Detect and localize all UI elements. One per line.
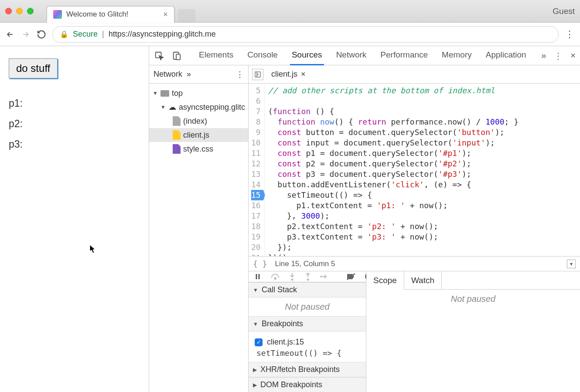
p1-label: p1: <box>9 98 140 109</box>
code-content[interactable]: // add other scripts at the bottom of in… <box>265 84 522 256</box>
svg-rect-3 <box>255 72 260 77</box>
pause-button[interactable] <box>254 271 262 282</box>
file-tree: ▼ top ▼ ☁ asyncstepping.glitc (index)cli… <box>149 84 248 392</box>
traffic-lights <box>5 8 34 14</box>
devtools-tab-performance[interactable]: Performance <box>379 46 430 65</box>
svg-point-9 <box>320 276 322 277</box>
reload-button[interactable] <box>37 30 46 39</box>
editor-file-tab[interactable]: client.js × <box>267 68 310 81</box>
address-bar: 🔒 Secure | https://asyncstepping.glitch.… <box>0 23 580 46</box>
step-out-button[interactable] <box>304 271 311 282</box>
devtools-close-button[interactable]: × <box>570 51 576 61</box>
scope-watch-tabs: Scope Watch <box>366 271 580 290</box>
editor-statusbar: { } Line 15, Column 5 ▾ <box>249 256 580 271</box>
file-stylecss[interactable]: style.css <box>149 142 248 156</box>
back-button[interactable] <box>5 30 15 39</box>
devtools-tab-console[interactable]: Console <box>246 46 280 65</box>
file-tab-close-icon[interactable]: × <box>301 70 306 79</box>
svg-point-7 <box>291 279 293 281</box>
secure-label: Secure <box>73 30 98 39</box>
breakpoint-entry[interactable]: ✓ client.js:15 <box>255 336 360 348</box>
cloud-icon: ☁ <box>168 102 176 112</box>
url-text: https://asyncstepping.glitch.me <box>109 30 216 39</box>
debugger-pane: ▼ Call Stack Not paused ▼ Breakpoints ✓ <box>249 271 580 392</box>
tree-root[interactable]: ▼ top <box>149 86 248 100</box>
navigator-overflow-icon[interactable]: » <box>187 70 191 79</box>
step-into-button[interactable] <box>289 271 296 282</box>
step-button[interactable] <box>320 271 329 282</box>
tab-close-button[interactable]: × <box>163 10 168 19</box>
p3-label: p3: <box>9 139 140 150</box>
file-icon <box>173 116 181 126</box>
xhr-breakpoints-header[interactable]: ▶ XHR/fetch Breakpoints <box>249 362 366 377</box>
pretty-print-icon[interactable]: { } <box>253 259 267 268</box>
checkbox-icon[interactable]: ✓ <box>255 338 263 346</box>
watch-tab[interactable]: Watch <box>404 271 442 290</box>
devtools-tab-network[interactable]: Network <box>334 46 368 65</box>
callstack-header[interactable]: ▼ Call Stack <box>249 282 366 297</box>
devtools-menu-button[interactable]: ⋮ <box>554 51 563 61</box>
forward-button[interactable] <box>21 30 31 39</box>
window-maximize-button[interactable] <box>27 8 34 14</box>
toggle-drawer-icon[interactable]: ▾ <box>567 260 576 268</box>
do-stuff-button[interactable]: do stuff <box>9 58 58 78</box>
devtools-tab-elements[interactable]: Elements <box>197 46 235 65</box>
svg-point-6 <box>274 278 276 280</box>
browser-menu-button[interactable]: ⋮ <box>565 29 575 40</box>
cursor-position: Line 15, Column 5 <box>275 260 335 268</box>
scope-tab[interactable]: Scope <box>366 271 404 290</box>
url-separator: | <box>102 30 104 39</box>
disclosure-triangle-icon[interactable]: ▼ <box>153 90 158 96</box>
step-over-button[interactable] <box>270 271 280 282</box>
p2-label: p2: <box>9 118 140 130</box>
devtools-tab-memory[interactable]: Memory <box>440 46 474 65</box>
inspect-element-icon[interactable] <box>154 50 165 61</box>
profile-label[interactable]: Guest <box>553 7 575 16</box>
sources-navigator: Network » ⋮ ▼ top ▼ ☁ asyncste <box>149 65 249 392</box>
devtools: ElementsConsoleSourcesNetworkPerformance… <box>149 46 580 392</box>
browser-tab[interactable]: Welcome to Glitch! × <box>47 6 174 23</box>
disclosure-triangle-icon[interactable]: ▼ <box>160 104 166 110</box>
tab-title: Welcome to Glitch! <box>66 10 128 19</box>
svg-point-8 <box>307 279 309 281</box>
breakpoints-header[interactable]: ▼ Breakpoints <box>249 316 366 331</box>
dom-breakpoints-header[interactable]: ▶ DOM Breakpoints <box>249 377 366 392</box>
svg-rect-2 <box>176 54 180 60</box>
lock-icon: 🔒 <box>60 30 68 38</box>
devtools-tab-application[interactable]: Application <box>484 46 528 65</box>
window-minimize-button[interactable] <box>16 8 23 14</box>
navigator-menu-button[interactable]: ⋮ <box>236 70 244 79</box>
file-icon <box>173 144 181 154</box>
scope-state: Not paused <box>366 290 580 308</box>
devtools-toolbar: ElementsConsoleSourcesNetworkPerformance… <box>149 46 580 65</box>
line-gutter[interactable]: 56789101112131415161718192021 <box>249 84 265 256</box>
rendered-page: do stuff p1: p2: p3: <box>0 46 149 392</box>
folder-icon <box>160 90 169 97</box>
file-icon <box>173 130 181 140</box>
devtools-tab-sources[interactable]: Sources <box>290 46 324 65</box>
favicon-icon <box>53 10 62 19</box>
callstack-state: Not paused <box>249 297 366 316</box>
deactivate-breakpoints-button[interactable] <box>346 271 356 282</box>
svg-rect-5 <box>259 274 260 279</box>
url-input[interactable]: 🔒 Secure | https://asyncstepping.glitch.… <box>52 26 559 43</box>
file-clientjs[interactable]: client.js <box>149 128 248 142</box>
device-toggle-icon[interactable] <box>171 50 182 61</box>
breakpoint-code: setTimeout(() => { <box>255 348 360 358</box>
file-index[interactable]: (index) <box>149 114 248 128</box>
window-close-button[interactable] <box>5 8 12 14</box>
source-editor: client.js × 5678910111213141516171819202… <box>249 65 580 392</box>
tree-domain[interactable]: ▼ ☁ asyncstepping.glitc <box>149 100 248 114</box>
debugger-controls <box>249 271 366 282</box>
editor-nav-toggle-icon[interactable] <box>252 69 263 80</box>
devtools-overflow-icon[interactable]: » <box>541 51 546 61</box>
svg-rect-4 <box>256 274 257 279</box>
titlebar: Welcome to Glitch! × Guest <box>0 0 580 23</box>
new-tab-button[interactable] <box>178 9 195 22</box>
mouse-cursor-icon <box>89 244 96 254</box>
devtools-tabs: ElementsConsoleSourcesNetworkPerformance… <box>197 46 528 65</box>
navigator-tab[interactable]: Network <box>154 70 182 79</box>
